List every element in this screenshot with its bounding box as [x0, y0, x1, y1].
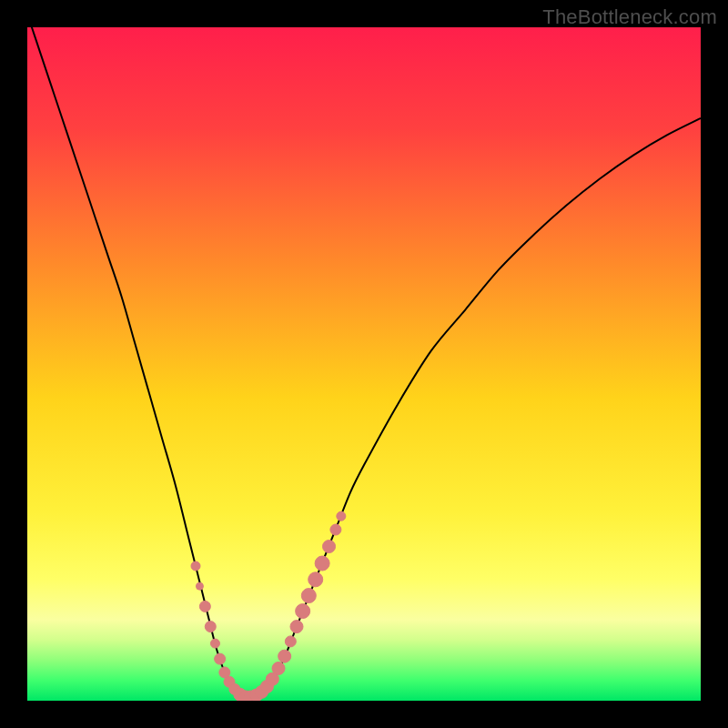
- chart-svg: [27, 27, 701, 701]
- curve-marker: [337, 511, 346, 521]
- curve-marker: [215, 653, 226, 664]
- curve-marker: [330, 524, 341, 535]
- curve-marker: [323, 541, 336, 553]
- curve-marker: [301, 589, 316, 603]
- curve-marker: [196, 582, 203, 590]
- plot-area: [27, 27, 701, 701]
- curve-marker: [308, 572, 323, 587]
- curve-marker: [315, 556, 329, 571]
- curve-marker: [285, 636, 296, 647]
- curve-marker: [210, 639, 219, 648]
- bottleneck-curve: [27, 27, 701, 697]
- curve-marker: [278, 650, 291, 662]
- curve-marker: [290, 621, 303, 633]
- curve-marker: [272, 662, 285, 674]
- outer-frame: TheBottleneck.com: [0, 0, 728, 728]
- watermark-text: TheBottleneck.com: [542, 5, 717, 29]
- curve-marker: [191, 561, 200, 571]
- curve-marker: [205, 622, 216, 632]
- curve-marker: [199, 601, 210, 612]
- curve-markers: [191, 511, 346, 701]
- curve-marker: [296, 604, 310, 619]
